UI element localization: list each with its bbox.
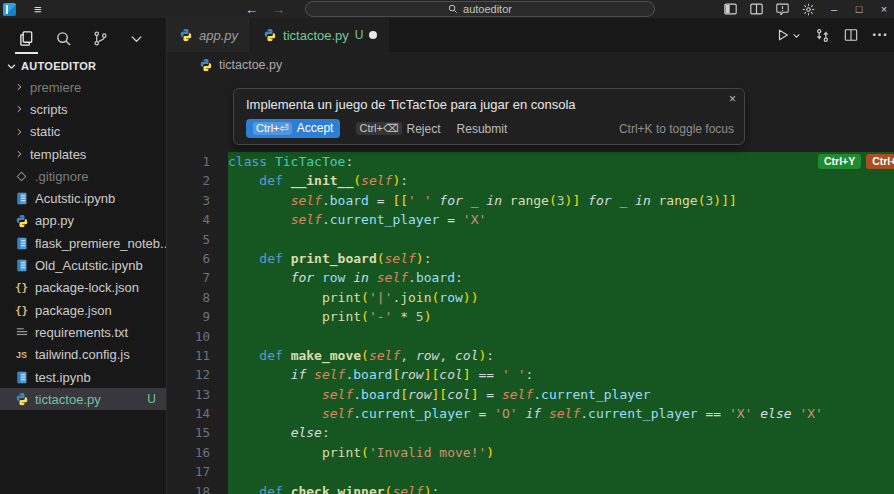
line-number: 4 [167, 210, 228, 229]
line-number: 13 [167, 385, 228, 404]
diff-badge[interactable]: Ctrl+Y [818, 154, 861, 169]
line-number: 6 [167, 249, 228, 268]
file-item[interactable]: Old_Acutstic.ipynb [0, 254, 166, 276]
code-line[interactable]: 12 if self.board[row][col] == ' ': [167, 365, 894, 384]
line-content: def make_move(self, row, col): [228, 346, 894, 365]
folder-item[interactable]: templates [0, 143, 166, 165]
code-line[interactable]: 17 [167, 462, 894, 481]
code-line[interactable]: 3 self.board = [[' ' for _ in range(3)] … [167, 191, 894, 210]
more-views-chevron-icon[interactable] [129, 31, 144, 46]
file-tree: premierescriptsstatictemplates.gitignore… [0, 76, 166, 494]
txt-icon [14, 327, 29, 338]
code-line[interactable]: 7 for row in self.board: [167, 268, 894, 287]
item-label: scripts [30, 102, 166, 117]
tab-label: tictactoe.py [283, 28, 349, 43]
search-view-icon[interactable] [55, 30, 72, 47]
code-line[interactable]: 18 def check_winner(self): [167, 482, 894, 494]
code-line[interactable]: 5 [167, 230, 894, 249]
item-label: flask_premiere_noteb... [35, 236, 166, 251]
split-editor-icon[interactable] [844, 28, 858, 42]
file-item[interactable]: Acutstic.ipynb [0, 187, 166, 209]
code-line[interactable]: 10 [167, 327, 894, 346]
unsaved-dot-icon[interactable] [369, 31, 377, 39]
line-number: 5 [167, 230, 228, 249]
line-number: 10 [167, 327, 228, 346]
code-line[interactable]: 9 print('-' * 5) [167, 307, 894, 326]
close-button[interactable]: × [878, 3, 890, 15]
file-item[interactable]: test.ipynb [0, 366, 166, 388]
file-item[interactable]: requirements.txt [0, 321, 166, 343]
code-line[interactable]: 4 self.current_player = 'X' [167, 210, 894, 229]
diff-badge[interactable]: Ctrl+N [866, 154, 894, 169]
code-line[interactable]: 15 else: [167, 423, 894, 442]
file-item[interactable]: app.py [0, 210, 166, 232]
back-arrow-icon[interactable]: ← [245, 2, 258, 17]
line-content: print('-' * 5) [228, 307, 894, 326]
explorer-sidebar: AUTOEDITOR premierescriptsstatictemplate… [0, 18, 167, 494]
folder-item[interactable]: static [0, 121, 166, 143]
tab-app.py[interactable]: app.py [167, 18, 251, 52]
tab-label: app.py [199, 28, 238, 43]
line-content: def check_winner(self): [228, 482, 894, 494]
explorer-view-icon[interactable] [18, 30, 35, 47]
run-button[interactable] [776, 28, 801, 42]
maximize-button[interactable]: □ [853, 3, 865, 15]
item-label: test.ipynb [35, 370, 166, 385]
line-number: 3 [167, 191, 228, 210]
diff-keybinding-badges: Ctrl+YCtrl+N [818, 154, 894, 169]
chat-close-icon[interactable]: × [729, 92, 736, 106]
breadcrumb[interactable]: tictactoe.py [167, 52, 894, 78]
open-changes-icon[interactable] [815, 28, 830, 43]
code-line[interactable]: 6 def print_board(self): [167, 249, 894, 268]
code-line[interactable]: 13 self.board[row][col] = self.current_p… [167, 385, 894, 404]
item-label: tailwind.config.js [35, 347, 166, 362]
source-control-view-icon[interactable] [92, 30, 109, 47]
toggle-sidebar-icon[interactable] [724, 3, 737, 15]
settings-gear-icon[interactable] [802, 3, 815, 16]
file-item[interactable]: .gitignore [0, 165, 166, 187]
accept-button[interactable]: Ctrl+⏎ Accept [246, 119, 340, 138]
chevron-right-icon [14, 149, 24, 159]
folder-item[interactable]: premiere [0, 76, 166, 98]
code-line[interactable]: 1class TicTacToe: [167, 152, 894, 171]
code-line[interactable]: 2 def __init__(self): [167, 171, 894, 190]
workspace-header[interactable]: AUTOEDITOR [0, 58, 166, 76]
notebook-icon [14, 237, 29, 250]
line-content: def print_board(self): [228, 249, 894, 268]
python-icon [14, 214, 29, 228]
file-item[interactable]: {}package.json [0, 299, 166, 321]
file-item[interactable]: tictactoe.pyU [0, 388, 166, 410]
command-center-search[interactable]: autoeditor [305, 1, 655, 17]
reject-label: Reject [407, 122, 441, 136]
resubmit-label: Resubmit [457, 122, 508, 136]
menu-icon[interactable]: ≡ [34, 2, 42, 17]
file-item[interactable]: JStailwind.config.js [0, 344, 166, 366]
line-number: 8 [167, 288, 228, 307]
inline-chat-widget: × Implementa un juego de TicTacToe para … [233, 88, 745, 145]
python-icon [14, 392, 29, 406]
item-label: Acutstic.ipynb [35, 191, 166, 206]
folder-item[interactable]: scripts [0, 98, 166, 120]
accept-keybinding: Ctrl+⏎ [253, 122, 292, 135]
search-value: autoeditor [463, 3, 512, 15]
code-line[interactable]: 11 def make_move(self, row, col): [167, 346, 894, 365]
python-icon [179, 28, 193, 42]
minimize-button[interactable]: – [828, 3, 840, 15]
resubmit-button[interactable]: Resubmit [457, 122, 508, 136]
more-actions-icon[interactable]: ··· [872, 26, 888, 44]
line-content: self.current_player = 'X' [228, 210, 894, 229]
tab-tictactoe.py[interactable]: tictactoe.pyU [251, 18, 390, 52]
code-line[interactable]: 8 print('|'.join(row)) [167, 288, 894, 307]
forward-arrow-icon[interactable]: → [272, 2, 285, 17]
split-layout-icon[interactable] [750, 3, 763, 15]
item-label: .gitignore [35, 169, 166, 184]
line-number: 2 [167, 171, 228, 190]
reject-button[interactable]: Ctrl+⌫ Reject [356, 122, 440, 136]
file-item[interactable]: flask_premiere_noteb... [0, 232, 166, 254]
feedback-icon[interactable] [776, 3, 789, 15]
line-content: print('Invalid move!') [228, 443, 894, 462]
code-line[interactable]: 16 print('Invalid move!') [167, 443, 894, 462]
code-line[interactable]: 14 self.current_player = 'O' if self.cur… [167, 404, 894, 423]
file-item[interactable]: {}package-lock.json [0, 277, 166, 299]
code-editor[interactable]: 1class TicTacToe:2 def __init__(self):3 … [167, 78, 894, 494]
